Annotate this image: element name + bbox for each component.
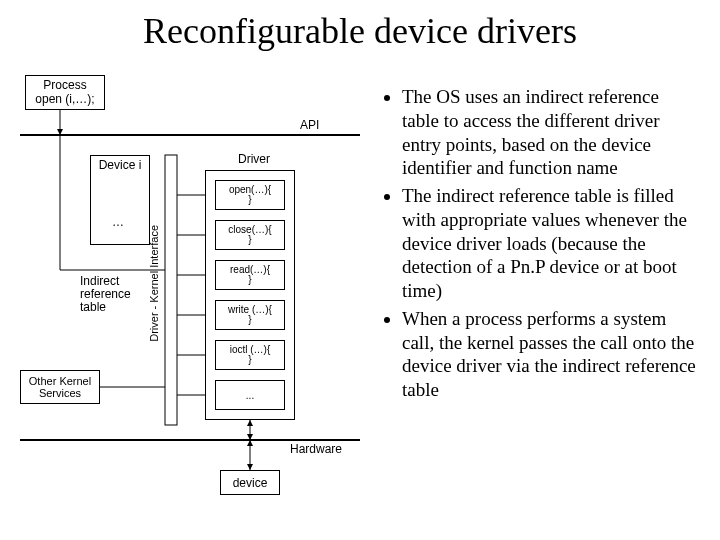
- bullet-item: The indirect reference table is filled w…: [402, 184, 700, 303]
- device-i-box: Device i: [90, 155, 150, 245]
- bullet-item: When a process performs a system call, t…: [402, 307, 700, 402]
- func-close: close(…){ }: [215, 220, 285, 250]
- device-i-ellipsis: …: [112, 215, 124, 229]
- func-open: open(…){ }: [215, 180, 285, 210]
- func-read: read(…){ }: [215, 260, 285, 290]
- device-box: device: [220, 470, 280, 495]
- func-write: write (…){ }: [215, 300, 285, 330]
- bullet-item: The OS uses an indirect reference table …: [402, 85, 700, 180]
- dki-label: Driver - Kernel Interface: [148, 225, 160, 342]
- api-label: API: [300, 118, 319, 132]
- diagram: Process open (i,…); API Device i … Drive…: [20, 80, 360, 510]
- driver-label: Driver: [238, 152, 270, 166]
- page-title: Reconfigurable device drivers: [0, 10, 720, 52]
- slide: Reconfigurable device drivers: [0, 0, 720, 540]
- bullet-list: The OS uses an indirect reference table …: [380, 85, 700, 406]
- hardware-label: Hardware: [290, 442, 342, 456]
- other-kernel-box: Other Kernel Services: [20, 370, 100, 404]
- process-box: Process open (i,…);: [25, 75, 105, 110]
- indirect-ref-label: Indirect reference table: [80, 275, 131, 315]
- svg-rect-7: [165, 155, 177, 425]
- func-ioctl: ioctl (…){ }: [215, 340, 285, 370]
- device-i-label: Device i: [99, 158, 142, 172]
- svg-marker-16: [247, 420, 253, 426]
- func-more: ...: [215, 380, 285, 410]
